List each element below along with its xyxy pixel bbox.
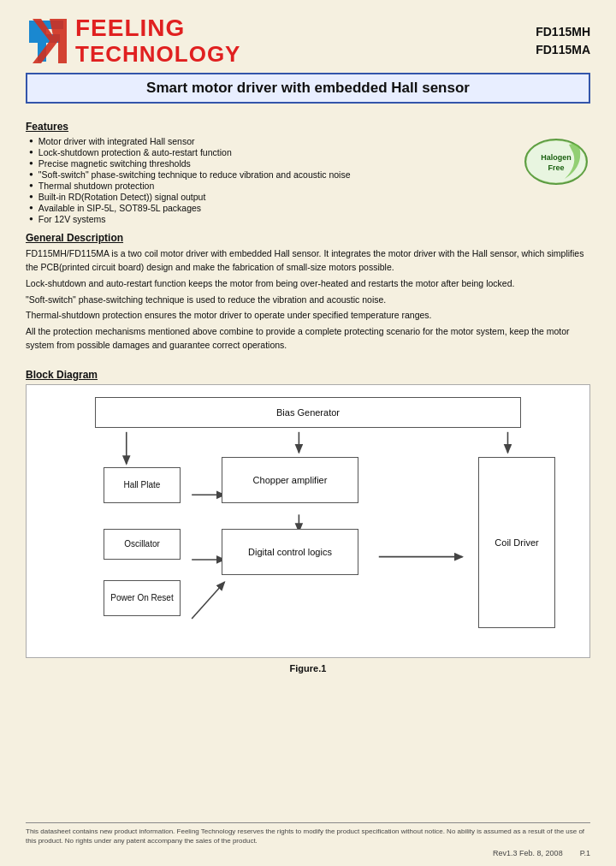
feature-item: Precise magnetic switching thresholds (29, 158, 513, 169)
chopper-amplifier-box: Chopper amplifier (222, 457, 358, 503)
block-diagram-area: Block Diagram (26, 362, 590, 812)
description-paragraphs: FD115MH/FD115MA is a two coil motor driv… (26, 247, 590, 354)
features-area: Motor driver with integrated Hall sensor… (26, 136, 590, 225)
feature-item: Available in SIP-5L, SOT89-5L packages (29, 203, 513, 213)
footer-revision: Rev1.3 Feb. 8, 2008 (493, 849, 563, 857)
part-number-2: FD115MA (536, 41, 590, 59)
footer: This datasheet contains new product info… (26, 822, 590, 857)
coil-driver-box: Coil Driver (478, 457, 555, 628)
figure-caption: Figure.1 (26, 663, 590, 673)
block-diagram-title: Block Diagram (26, 369, 590, 381)
header: FEELING TECHNOLOGY FD115MH FD115MA (26, 15, 590, 66)
feature-item: Thermal shutdown protection (29, 181, 513, 191)
coil-driver-label: Coil Driver (495, 537, 538, 548)
power-on-reset-label: Power On Reset (110, 593, 173, 602)
digital-control-label: Digital control logics (248, 547, 332, 557)
features-title: Features (26, 121, 590, 133)
logo-area: FEELING TECHNOLOGY (26, 15, 240, 66)
oscillator-label: Oscillator (124, 539, 160, 549)
part-numbers: FD115MH FD115MA (536, 23, 590, 59)
description-paragraph: Lock-shutdown and auto-restart function … (26, 277, 590, 291)
page: FEELING TECHNOLOGY FD115MH FD115MA Smart… (0, 0, 616, 866)
logo-feeling: FEELING (75, 15, 240, 42)
description-paragraph: FD115MH/FD115MA is a two coil motor driv… (26, 247, 590, 275)
description-paragraph: "Soft-switch" phase-switching technique … (26, 294, 590, 307)
title-bar: Smart motor driver with embedded Hall se… (26, 73, 590, 104)
footer-page: P.1 (580, 849, 590, 857)
svg-text:Halogen: Halogen (541, 153, 572, 162)
digital-control-box: Digital control logics (222, 529, 358, 575)
bias-generator-box: Bias Generator (95, 397, 521, 428)
part-number-1: FD115MH (536, 23, 590, 41)
feature-item: For 12V systems (29, 214, 513, 224)
title-text: Smart motor driver with embedded Hall se… (146, 80, 470, 96)
features-list: Motor driver with integrated Hall sensor… (26, 136, 513, 225)
features-items: Motor driver with integrated Hall sensor… (26, 136, 513, 224)
description-paragraph: Thermal-shutdown protection ensures the … (26, 309, 590, 323)
logo-technology: TECHNOLOGY (75, 42, 240, 67)
svg-text:Free: Free (548, 163, 564, 172)
footer-disclaimer: This datasheet contains new product info… (26, 827, 590, 845)
logo-text: FEELING TECHNOLOGY (75, 15, 240, 66)
logo-icon (26, 17, 67, 65)
description-paragraph: All the protection mechanisms mentioned … (26, 325, 590, 353)
feature-item: Lock-shutdown protection & auto-restart … (29, 147, 513, 157)
general-description-title: General Description (26, 232, 590, 244)
hall-plate-label: Hall Plate (124, 480, 161, 489)
feature-item: Motor driver with integrated Hall sensor (29, 136, 513, 146)
feature-item: Built-in RD(Rotation Detect)) signal out… (29, 192, 513, 202)
power-on-reset-box: Power On Reset (104, 580, 181, 616)
oscillator-box: Oscillator (104, 529, 181, 560)
diagram-container: Bias Generator Hall Plate Chopper amplif… (26, 384, 590, 658)
chopper-amplifier-label: Chopper amplifier (253, 475, 328, 485)
hall-plate-box: Hall Plate (104, 467, 181, 503)
bias-generator-label: Bias Generator (276, 407, 340, 418)
halogen-badge: Halogen Free (522, 136, 590, 187)
feature-item: "Soft-switch" phase-switching technique … (29, 169, 513, 180)
svg-line-12 (192, 582, 224, 619)
